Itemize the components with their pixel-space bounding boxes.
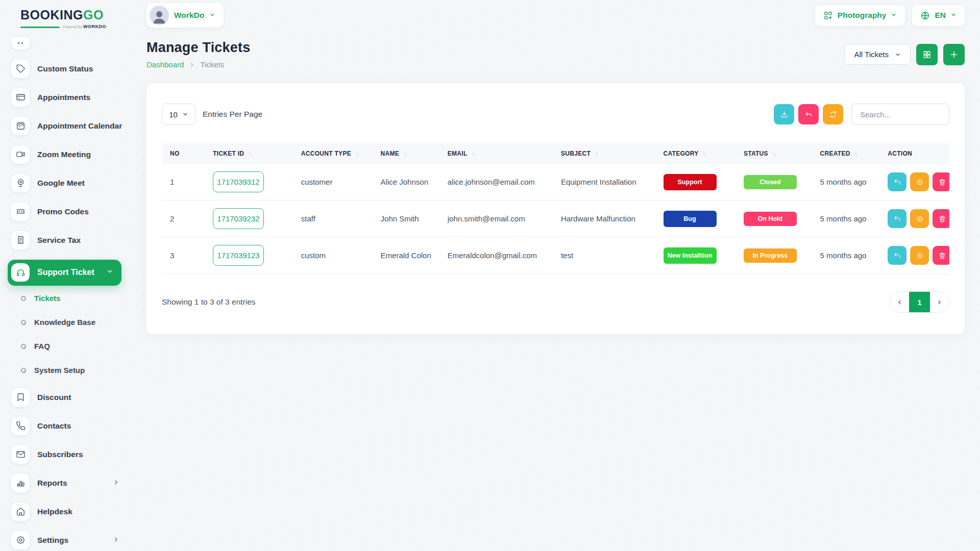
sidebar-item-label: Appointment Calendar xyxy=(37,121,122,131)
sidebar-item-label: Discount xyxy=(37,393,71,402)
entries-per-page-select[interactable]: 10 xyxy=(162,104,195,125)
powered-by-brand: WORKDO xyxy=(83,24,106,29)
column-header-category[interactable]: CATEGORY xyxy=(657,143,738,164)
cell-no: 3 xyxy=(162,237,207,274)
grid-view-button[interactable] xyxy=(916,44,938,65)
sidebar-item-appointment-calendar[interactable]: Appointment Calendar xyxy=(11,117,133,135)
trash-icon xyxy=(938,252,946,260)
showing-entries-text: Showing 1 to 3 of 3 entries xyxy=(162,297,256,307)
sidebar-subitem-faq[interactable]: FAQ xyxy=(11,340,133,353)
sort-icon xyxy=(772,151,775,157)
sidebar-item-label: Zoom Meeting xyxy=(37,150,91,159)
bullet-icon xyxy=(20,366,27,373)
column-header-email[interactable]: EMAIL xyxy=(442,143,555,164)
row-actions xyxy=(888,246,943,265)
undo-icon xyxy=(804,110,813,119)
avatar xyxy=(150,6,169,25)
delete-button[interactable] xyxy=(933,209,949,228)
reply-button[interactable] xyxy=(888,246,906,265)
logo-text-secondary: GO xyxy=(83,8,104,22)
column-header-status[interactable]: STATUS xyxy=(738,143,814,164)
sidebar-item-contacts[interactable]: Contacts xyxy=(11,417,133,435)
top-bar: WorkDo Photography EN xyxy=(146,4,965,27)
sidebar-item-subscribers[interactable]: Subscribers xyxy=(11,445,133,464)
sidebar-subitem-label: Knowledge Base xyxy=(34,318,95,327)
ticket-filter-select[interactable]: All Tickets xyxy=(844,44,911,65)
table-body: 1 1717039312 customer Alice Johnson alic… xyxy=(162,164,949,274)
search-input[interactable] xyxy=(851,104,949,125)
reply-icon xyxy=(893,215,901,223)
ticket-id-button[interactable]: 1717039123 xyxy=(213,245,264,266)
sidebar-item-settings[interactable]: Settings xyxy=(11,531,133,549)
sidebar-item-promo-codes[interactable]: Promo Codes xyxy=(11,203,133,221)
trash-icon xyxy=(938,215,946,223)
sidebar-item-service-tax[interactable]: Service Tax xyxy=(11,231,133,249)
view-button[interactable] xyxy=(910,172,929,191)
ticket-id-button[interactable]: 1717039232 xyxy=(213,208,264,229)
column-header-ticket-id[interactable]: TICKET ID xyxy=(207,143,295,164)
sidebar-item-label: Settings xyxy=(37,536,68,545)
sidebar: BOOKINGGO Powered By WORKDO Custom Statu… xyxy=(0,0,133,551)
cell-email: alice.johnson@email.com xyxy=(442,164,555,201)
tickets-table: NO TICKET ID ACCOUNT TYPE NAME EMAIL SUB… xyxy=(162,143,949,274)
module-switcher[interactable]: Photography xyxy=(815,5,905,26)
sidebar-item-helpdesk[interactable]: Helpdesk xyxy=(11,503,133,521)
cell-account-type: custom xyxy=(295,237,375,274)
create-ticket-button[interactable] xyxy=(943,44,965,65)
sidebar-subitem-tickets[interactable]: Tickets xyxy=(11,292,133,305)
table-header-row: NO TICKET ID ACCOUNT TYPE NAME EMAIL SUB… xyxy=(162,143,949,164)
current-page-button[interactable]: 1 xyxy=(909,292,930,312)
sidebar-item-custom-status[interactable]: Custom Status xyxy=(11,60,133,78)
sidebar-subitem-system-setup[interactable]: System Setup xyxy=(11,364,133,377)
delete-button[interactable] xyxy=(933,172,949,191)
cell-subject: Equipment Installation xyxy=(555,164,657,201)
workspace-switcher[interactable]: WorkDo xyxy=(146,3,224,28)
ticket-filter-value: All Tickets xyxy=(854,50,889,59)
top-bar-right: Photography EN xyxy=(815,5,965,26)
refresh-button[interactable] xyxy=(823,104,843,124)
previous-page-button[interactable] xyxy=(890,292,909,312)
view-button[interactable] xyxy=(910,209,929,228)
chevron-down-icon xyxy=(106,268,113,277)
refresh-icon xyxy=(829,110,838,119)
status-badge: Closed xyxy=(744,175,797,189)
export-button[interactable] xyxy=(774,104,794,124)
app-logo[interactable]: BOOKINGGO Powered By WORKDO xyxy=(0,6,112,29)
ticket-id-button[interactable]: 1717039312 xyxy=(213,171,264,192)
sidebar-item-google-meet[interactable]: Google Meet xyxy=(11,174,133,192)
sidebar-item-label: Reports xyxy=(37,479,67,488)
globe-icon xyxy=(920,11,930,20)
delete-button[interactable] xyxy=(933,246,949,265)
chevron-down-icon xyxy=(895,52,901,58)
language-switcher[interactable]: EN xyxy=(912,5,965,26)
cell-name: John Smith xyxy=(375,201,442,237)
video-icon xyxy=(11,145,30,164)
logo-wordmark: BOOKINGGO xyxy=(20,8,112,22)
column-header-name[interactable]: NAME xyxy=(375,143,442,164)
table-footer: Showing 1 to 3 of 3 entries 1 xyxy=(162,291,949,313)
reply-button[interactable] xyxy=(888,209,906,228)
grid-icon xyxy=(922,50,932,59)
sidebar-item-reports[interactable]: Reports xyxy=(11,474,133,492)
sidebar-item-appointments[interactable]: Appointments xyxy=(11,88,133,107)
column-header-created[interactable]: CREATED xyxy=(814,143,882,164)
undo-button[interactable] xyxy=(798,104,819,124)
logo-text-primary: BOOKING xyxy=(20,8,83,22)
sidebar-item-support-ticket[interactable]: Support Ticket xyxy=(8,260,121,286)
sidebar-item-discount[interactable]: Discount xyxy=(11,388,133,407)
cell-email: Emeraldcolon@gmail.com xyxy=(442,237,555,274)
reply-button[interactable] xyxy=(888,172,906,191)
sidebar-item-zoom-meeting[interactable]: Zoom Meeting xyxy=(11,145,133,164)
bullet-icon xyxy=(21,296,26,301)
bullet-icon xyxy=(20,342,27,349)
sidebar-subitem-knowledge-base[interactable]: Knowledge Base xyxy=(11,316,133,329)
column-header-subject[interactable]: SUBJECT xyxy=(555,143,657,164)
sidebar-item-label: Subscribers xyxy=(37,450,83,459)
next-page-button[interactable] xyxy=(930,292,949,312)
sidebar-item-partial[interactable] xyxy=(11,37,133,49)
category-badge: Bug xyxy=(664,211,717,227)
category-badge: New Installtion xyxy=(664,247,717,264)
column-header-account-type[interactable]: ACCOUNT TYPE xyxy=(295,143,375,164)
view-button[interactable] xyxy=(910,246,929,265)
breadcrumb-dashboard-link[interactable]: Dashboard xyxy=(146,60,184,69)
